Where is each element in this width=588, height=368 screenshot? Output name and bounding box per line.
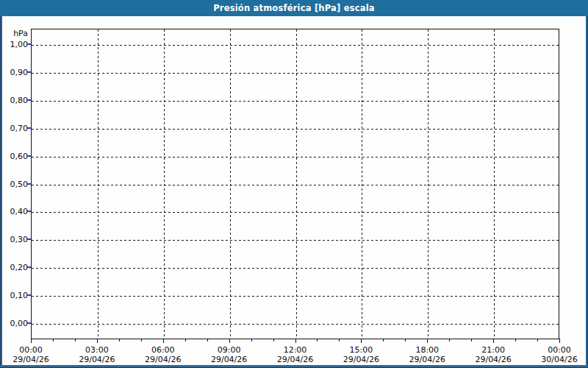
y-tick-label: 0,50 — [0, 180, 28, 189]
x-gridline — [296, 29, 297, 339]
x-gridline — [164, 29, 165, 339]
y-axis-tick — [27, 71, 31, 73]
x-gridline — [230, 29, 231, 339]
chart-title: Presión atmosférica [hPa] escala — [213, 3, 375, 13]
y-gridline — [32, 101, 559, 102]
x-axis-major-tick — [427, 339, 428, 343]
x-tick-time-label: 18:00 — [402, 346, 452, 355]
x-gridline — [494, 29, 495, 339]
x-gridline — [428, 29, 429, 339]
x-axis-major-tick — [559, 339, 560, 343]
x-axis-minor-tick — [537, 339, 538, 342]
x-axis-minor-tick — [405, 339, 406, 342]
x-tick-time-label: 03:00 — [72, 346, 122, 355]
x-tick-date-label: 30/04/26 — [534, 355, 584, 364]
x-axis-major-tick — [361, 339, 362, 343]
x-axis-minor-tick — [339, 339, 340, 342]
y-gridline — [32, 73, 559, 74]
app-window: Presión atmosférica [hPa] escala hPa 1,0… — [0, 0, 588, 368]
y-tick-label: 0,20 — [0, 263, 28, 272]
x-axis-minor-tick — [273, 339, 274, 342]
x-tick-date-label: 29/04/26 — [138, 355, 188, 364]
y-gridline — [32, 268, 559, 269]
y-gridline — [32, 185, 559, 185]
x-axis-minor-tick — [515, 339, 516, 342]
x-tick-date-label: 29/04/26 — [468, 355, 518, 364]
y-gridline — [32, 129, 559, 130]
x-axis-minor-tick — [383, 339, 384, 342]
y-axis-tick — [27, 210, 31, 212]
window-border-bottom — [0, 365, 588, 368]
y-tick-label: 0,10 — [0, 291, 28, 300]
y-axis-unit-label: hPa — [0, 29, 28, 38]
x-axis-major-tick — [229, 339, 230, 343]
y-tick-label: 0,90 — [0, 68, 28, 77]
x-axis-minor-tick — [317, 339, 318, 342]
window-border-left — [0, 16, 2, 368]
y-axis-tick — [27, 127, 31, 129]
x-axis-minor-tick — [75, 339, 76, 342]
y-gridline — [32, 212, 559, 213]
y-gridline — [32, 324, 559, 325]
x-axis-minor-tick — [251, 339, 252, 342]
x-tick-date-label: 29/04/26 — [72, 355, 122, 364]
x-tick-time-label: 15:00 — [336, 346, 386, 355]
x-tick-date-label: 29/04/26 — [204, 355, 254, 364]
y-axis-tick — [27, 155, 31, 157]
x-axis-major-tick — [493, 339, 494, 343]
x-tick-date-label: 29/04/26 — [270, 355, 320, 364]
x-axis-major-tick — [295, 339, 296, 343]
x-tick-date-label: 29/04/26 — [6, 355, 56, 364]
y-axis-tick — [27, 43, 31, 45]
x-axis-minor-tick — [207, 339, 208, 342]
x-gridline — [98, 29, 98, 339]
y-axis-tick — [27, 322, 31, 324]
x-tick-date-label: 29/04/26 — [336, 355, 386, 364]
y-gridline — [32, 45, 559, 46]
x-axis-minor-tick — [471, 339, 472, 342]
x-tick-time-label: 12:00 — [270, 346, 320, 355]
y-gridline — [32, 157, 559, 158]
x-gridline — [362, 29, 362, 339]
y-tick-label: 0,40 — [0, 207, 28, 216]
y-gridline — [32, 240, 559, 241]
x-tick-time-label: 06:00 — [138, 346, 188, 355]
x-tick-time-label: 00:00 — [534, 346, 584, 355]
y-tick-label: 1,00 — [0, 40, 28, 49]
x-axis-major-tick — [97, 339, 98, 343]
y-axis-tick — [27, 266, 31, 268]
plot-area — [31, 29, 559, 339]
x-axis-minor-tick — [141, 339, 142, 342]
y-axis-tick — [27, 183, 31, 185]
y-tick-label: 0,80 — [0, 96, 28, 105]
x-tick-time-label: 09:00 — [204, 346, 254, 355]
y-tick-label: 0,00 — [0, 319, 28, 328]
y-tick-label: 0,70 — [0, 124, 28, 133]
x-axis-minor-tick — [53, 339, 54, 342]
x-tick-time-label: 21:00 — [468, 346, 518, 355]
y-tick-label: 0,30 — [0, 235, 28, 244]
x-axis-minor-tick — [449, 339, 450, 342]
y-gridline — [32, 296, 559, 297]
x-axis-major-tick — [163, 339, 164, 343]
x-tick-date-label: 29/04/26 — [402, 355, 452, 364]
x-axis-minor-tick — [119, 339, 120, 342]
y-tick-label: 0,60 — [0, 152, 28, 161]
x-axis-minor-tick — [185, 339, 186, 342]
y-axis-tick — [27, 99, 31, 101]
y-axis-tick — [27, 294, 31, 296]
y-axis-tick — [27, 238, 31, 240]
titlebar: Presión atmosférica [hPa] escala — [0, 0, 588, 16]
x-axis-major-tick — [31, 339, 32, 343]
x-tick-time-label: 00:00 — [6, 346, 56, 355]
